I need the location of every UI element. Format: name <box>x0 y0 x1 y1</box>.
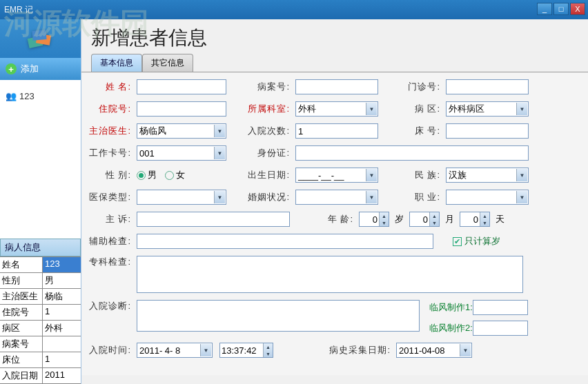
bed-input[interactable] <box>446 123 529 139</box>
workno-combo[interactable]: 001▼ <box>137 145 226 161</box>
pinfo-row: 入院日期2011 <box>0 368 81 384</box>
admdiag-label: 入院诊断: <box>88 300 134 312</box>
admitcnt-label: 入院次数: <box>229 125 293 137</box>
histdate-combo[interactable]: 2011-04-08▼ <box>396 343 472 358</box>
nation-combo[interactable]: 汉族▼ <box>446 168 529 183</box>
spec-input[interactable] <box>137 256 523 293</box>
job-combo[interactable]: ▼ <box>446 190 529 205</box>
aux-label: 辅助检查: <box>88 235 134 247</box>
complaint-input[interactable] <box>137 212 290 227</box>
chevron-down-icon: ▼ <box>214 125 225 137</box>
ins-combo[interactable]: ▼ <box>137 190 226 205</box>
chevron-down-icon: ▼ <box>366 191 377 203</box>
bed-label: 床 号: <box>381 125 443 137</box>
doctor-combo[interactable]: 杨临风▼ <box>137 123 226 139</box>
pinfo-row: 性别男 <box>0 273 81 289</box>
minimize-button[interactable]: _ <box>537 3 552 15</box>
complaint-label: 主 诉: <box>88 213 134 225</box>
job-label: 职 业: <box>381 191 443 203</box>
chevron-down-icon: ▼ <box>214 147 225 159</box>
chevron-down-icon: ▼ <box>214 191 225 203</box>
inp-input[interactable] <box>137 101 226 117</box>
histdate-label: 病史采集日期: <box>276 344 393 356</box>
add-label: 添加 <box>21 63 39 75</box>
admdiag-input[interactable] <box>137 300 420 332</box>
inp-label: 住院号: <box>88 103 134 115</box>
chevron-down-icon: ▼ <box>516 191 527 203</box>
form: 姓 名: 病案号: 门诊号: 住院号: 所属科室: 外科▼ 病 区: 外科病区▼… <box>81 72 588 375</box>
ins-label: 医保类型: <box>88 191 134 203</box>
ward-label: 病 区: <box>381 103 443 115</box>
svg-rect-2 <box>32 30 46 41</box>
admtime-label: 入院时间: <box>88 344 134 356</box>
up-icon: ▲ <box>264 343 273 350</box>
ward-combo[interactable]: 外科病区▼ <box>446 101 529 117</box>
tabs: 基本信息 其它信息 <box>81 54 588 72</box>
outp-label: 门诊号: <box>381 81 443 93</box>
admitcnt-input[interactable] <box>295 123 378 139</box>
pinfo-row: 住院号1 <box>0 305 81 321</box>
marriage-label: 婚姻状况: <box>229 191 293 203</box>
aux-input[interactable] <box>137 234 433 249</box>
spec-label: 专科检查: <box>88 256 134 268</box>
up-icon: ▲ <box>430 212 439 219</box>
tab-other[interactable]: 其它信息 <box>142 54 193 72</box>
check-icon: ✔ <box>453 237 462 246</box>
down-icon: ▼ <box>430 219 439 226</box>
name-input[interactable] <box>137 79 226 94</box>
lf2-input[interactable] <box>473 321 528 336</box>
age-month-spin[interactable]: ▲▼ <box>409 212 440 227</box>
gender-female-radio[interactable]: 女 <box>165 169 185 181</box>
doctor-label: 主治医生: <box>88 125 134 137</box>
plus-icon: + <box>6 63 17 74</box>
up-icon: ▲ <box>380 212 389 219</box>
patient-info-table: 姓名123 性别男 主治医生杨临 住院号1 病区外科 病案号 床位1 入院日期2… <box>0 256 81 384</box>
outp-input[interactable] <box>446 79 529 94</box>
pinfo-row: 病案号 <box>0 336 81 352</box>
pinfo-row: 主治医生杨临 <box>0 289 81 305</box>
titlebar: EMR 记 _ □ X <box>0 0 588 19</box>
dept-label: 所属科室: <box>229 103 293 115</box>
idcard-label: 身份证: <box>229 147 293 159</box>
chevron-down-icon: ▼ <box>366 103 377 115</box>
tab-basic[interactable]: 基本信息 <box>91 54 142 72</box>
age-year-spin[interactable]: ▲▼ <box>359 212 389 227</box>
dept-combo[interactable]: 外科▼ <box>295 101 378 117</box>
admtime-spin[interactable]: ▲▼ <box>219 343 273 358</box>
close-button[interactable]: X <box>570 3 585 15</box>
workno-label: 工作卡号: <box>88 147 134 159</box>
pinfo-row: 病区外科 <box>0 321 81 336</box>
window-buttons: _ □ X <box>537 3 585 15</box>
title-text: EMR 记 <box>4 4 33 16</box>
gender-label: 性 别: <box>88 169 134 181</box>
maximize-button[interactable]: □ <box>553 3 569 15</box>
tree-item[interactable]: 👥 123 <box>4 90 77 103</box>
admdate-combo[interactable]: 2011- 4- 8▼ <box>137 343 213 358</box>
case-input[interactable] <box>295 79 378 94</box>
down-icon: ▼ <box>480 219 489 226</box>
gender-male-radio[interactable]: 男 <box>137 169 157 181</box>
name-label: 姓 名: <box>88 81 134 93</box>
marriage-combo[interactable]: ▼ <box>295 190 378 205</box>
pinfo-row: 床位1 <box>0 352 81 368</box>
up-icon: ▲ <box>480 212 489 219</box>
lf1-input[interactable] <box>473 300 528 315</box>
chevron-down-icon: ▼ <box>516 169 527 181</box>
idcard-input[interactable] <box>295 145 529 161</box>
age-day-spin[interactable]: ▲▼ <box>460 212 490 227</box>
only-age-checkbox[interactable]: ✔只计算岁 <box>453 235 500 247</box>
chevron-down-icon: ▼ <box>366 169 377 181</box>
add-button[interactable]: + 添加 <box>0 58 81 80</box>
nation-label: 民 族: <box>381 169 443 181</box>
birth-combo[interactable]: ____-__-__▼ <box>295 168 378 183</box>
content: 新增患者信息 基本信息 其它信息 姓 名: 病案号: 门诊号: 住院号: 所属科… <box>81 19 588 384</box>
lf1-label: 临风制作1: <box>429 301 473 314</box>
chevron-down-icon: ▼ <box>516 103 527 115</box>
case-label: 病案号: <box>229 81 293 93</box>
age-label: 年 龄: <box>293 213 356 225</box>
sidebar: + 添加 👥 123 病人信息 姓名123 性别男 主治医生杨临 住院号1 病区… <box>0 19 81 384</box>
patient-info-header: 病人信息 <box>0 239 81 256</box>
lf2-label: 临风制作2: <box>429 322 473 334</box>
birth-label: 出生日期: <box>229 169 293 181</box>
down-icon: ▼ <box>380 219 389 226</box>
